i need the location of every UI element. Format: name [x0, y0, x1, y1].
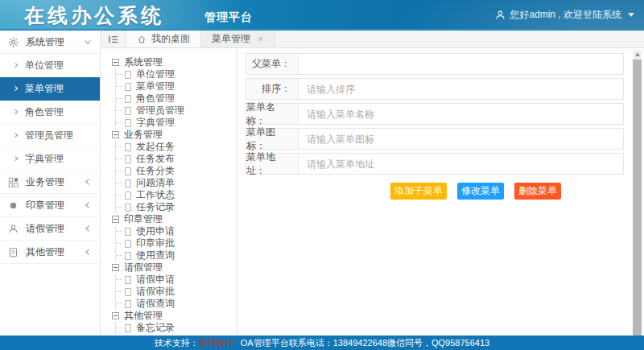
file-icon — [125, 204, 131, 212]
tree-leaf[interactable]: 备忘记录 — [116, 322, 237, 334]
collapse-icon[interactable] — [112, 131, 119, 138]
menu-name-input[interactable] — [299, 104, 623, 124]
field-label: 菜单图标： — [246, 128, 299, 150]
tree-leaf[interactable]: 任务记录 — [116, 201, 237, 213]
support-label: 技术支持： — [155, 338, 199, 348]
form-row-parent-menu: 父菜单： — [246, 53, 624, 75]
person-icon — [495, 10, 506, 20]
tree-group-other: 其他管理 备忘记录 — [112, 310, 237, 334]
vendor-name: 新翔软件 — [199, 338, 234, 348]
file-icon — [125, 191, 131, 200]
field-label: 菜单名称： — [246, 103, 299, 125]
delete-menu-button[interactable]: 删除菜单 — [514, 183, 561, 200]
chevron-left-icon — [84, 224, 92, 233]
tree-leaf[interactable]: 管理员管理 — [116, 105, 237, 117]
scroll-up-button[interactable] — [633, 50, 642, 59]
file-icon — [125, 95, 131, 103]
field-label: 菜单地址： — [246, 153, 299, 175]
collapse-icon[interactable] — [112, 264, 119, 271]
sidebar-toggle-icon[interactable] — [101, 31, 126, 47]
chevron-right-icon — [13, 85, 19, 92]
form-row-sort: 排序： — [246, 78, 624, 100]
tree-leaf[interactable]: 发起任务 — [116, 141, 237, 153]
sidebar-group-other[interactable]: 其他管理 — [0, 241, 100, 264]
tree-root-seal[interactable]: 印章管理 — [112, 213, 237, 225]
tree-leaf[interactable]: 使用查询 — [116, 249, 237, 261]
sidebar-group-system[interactable]: 系统管理 — [0, 31, 100, 54]
add-submenu-button[interactable]: 添加子菜单 — [390, 183, 447, 200]
file-icon — [125, 167, 131, 175]
tree-leaf[interactable]: 角色管理 — [116, 93, 237, 105]
file-icon — [125, 276, 131, 284]
sidebar-group-business[interactable]: 业务管理 — [0, 171, 100, 194]
tree-leaf[interactable]: 请假审批 — [116, 286, 237, 298]
sidebar-item-dict[interactable]: 字典管理 — [0, 147, 100, 171]
stamp-icon — [8, 200, 20, 211]
collapse-icon[interactable] — [112, 216, 119, 223]
scrollbar[interactable] — [633, 50, 642, 336]
sidebar-item-label: 字典管理 — [25, 152, 64, 166]
sidebar: 系统管理 单位管理 菜单管理 角色管理 管理员管理 字典管理 业务管理 — [0, 31, 101, 336]
file-icon — [125, 300, 131, 308]
user-menu[interactable]: 您好admin , 欢迎登陆系统 — [495, 0, 634, 29]
tree-children: 单位管理 菜单管理 角色管理 管理员管理 字典管理 — [115, 68, 237, 129]
user-greeting: 您好admin , 欢迎登陆系统 — [510, 8, 621, 22]
tree-leaf[interactable]: 单位管理 — [116, 68, 237, 80]
scrollbar-thumb[interactable] — [633, 60, 642, 336]
tab-menu-management[interactable]: 菜单管理 × — [201, 31, 275, 47]
form-row-menu-icon: 菜单图标： — [246, 128, 624, 150]
chevron-left-icon — [84, 178, 92, 186]
sort-input[interactable] — [299, 79, 623, 99]
sidebar-item-label: 单位管理 — [25, 59, 64, 72]
sidebar-group-label: 其他管理 — [26, 245, 64, 259]
menu-tree-panel: 系统管理 单位管理 菜单管理 角色管理 管理员管理 字典管理 业务管理 发起任务… — [101, 48, 237, 336]
sidebar-group-leave[interactable]: 请假管理 — [0, 217, 100, 241]
tab-desktop[interactable]: 我的桌面 — [126, 31, 201, 47]
tree-leaf[interactable]: 使用申请 — [116, 225, 237, 237]
modify-menu-button[interactable]: 修改菜单 — [457, 183, 504, 200]
file-icon — [125, 324, 131, 332]
tree-root-business[interactable]: 业务管理 — [112, 129, 237, 141]
sidebar-item-label: 菜单管理 — [25, 82, 64, 96]
tree-leaf[interactable]: 请假查询 — [116, 298, 237, 310]
sidebar-group-seal[interactable]: 印章管理 — [0, 194, 100, 217]
field-label: 排序： — [246, 78, 299, 100]
close-icon[interactable]: × — [258, 34, 264, 44]
collapse-icon[interactable] — [112, 59, 119, 66]
tree-leaf[interactable]: 菜单管理 — [116, 80, 237, 93]
home-icon — [137, 35, 147, 44]
file-icon — [125, 119, 131, 127]
sidebar-item-menu[interactable]: 菜单管理 — [0, 77, 100, 101]
menu-url-input[interactable] — [299, 154, 623, 174]
file-icon — [125, 83, 131, 91]
sidebar-item-admin[interactable]: 管理员管理 — [0, 124, 100, 147]
user-icon — [8, 224, 20, 234]
tree-leaf[interactable]: 问题清单 — [116, 177, 237, 189]
tree-leaf[interactable]: 请假申请 — [116, 274, 237, 286]
app-header: 在线办公系统 管理平台 您好admin , 欢迎登陆系统 — [0, 0, 644, 31]
tree-leaf[interactable]: 印章审批 — [116, 237, 237, 249]
chevron-right-icon — [13, 155, 19, 162]
parent-menu-select[interactable] — [299, 54, 623, 74]
tree-leaf[interactable]: 字典管理 — [116, 117, 237, 129]
form-row-menu-name: 菜单名称： — [246, 103, 624, 125]
file-icon — [125, 179, 131, 187]
tree-leaf[interactable]: 工作状态 — [116, 189, 237, 201]
sidebar-item-unit[interactable]: 单位管理 — [0, 54, 100, 77]
chevron-right-icon — [13, 62, 19, 68]
tree-leaf[interactable]: 任务分类 — [116, 165, 237, 177]
tree-root-leave[interactable]: 请假管理 — [112, 261, 237, 274]
sidebar-item-role[interactable]: 角色管理 — [0, 101, 100, 124]
tree-children: 使用申请 印章审批 使用查询 — [115, 225, 237, 261]
menu-icon-input[interactable] — [299, 129, 623, 149]
form-row-menu-url: 菜单地址： — [246, 153, 624, 175]
file-icon — [125, 240, 131, 248]
tree-root-other[interactable]: 其他管理 — [112, 310, 237, 322]
tree-leaf[interactable]: 任务发布 — [116, 153, 237, 165]
tree-root-system[interactable]: 系统管理 — [112, 56, 237, 68]
collapse-icon[interactable] — [112, 312, 119, 319]
tab-bar: 我的桌面 菜单管理 × — [101, 31, 644, 48]
sidebar-group-label: 业务管理 — [26, 175, 64, 189]
chevron-down-icon — [84, 38, 92, 46]
chevron-left-icon — [84, 201, 92, 209]
